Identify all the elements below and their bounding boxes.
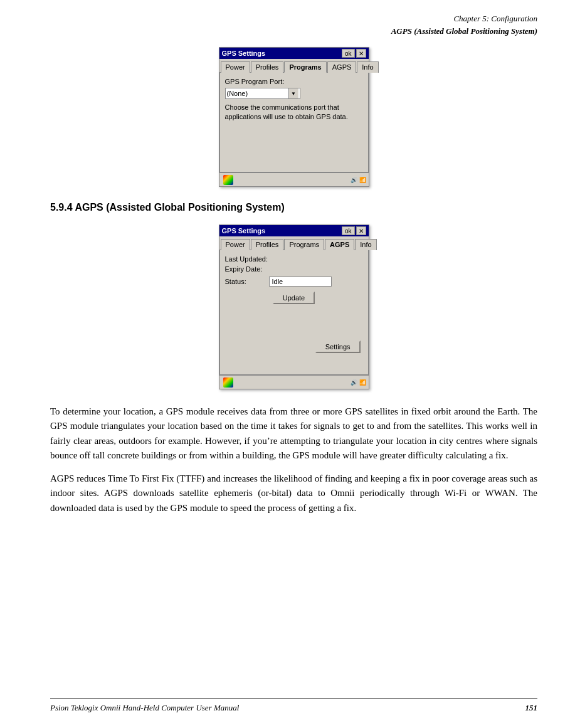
tab-agps-2[interactable]: AGPS [325,239,354,250]
section-title: AGPS (Assisted Global Positioning System… [50,25,537,38]
last-updated-row: Last Updated: [225,255,363,263]
paragraph-2: AGPS reduces Time To First Fix (TTFF) an… [50,472,537,515]
gps-content-1: GPS Program Port: (None) ▼ Choose the co… [219,72,369,172]
dropdown-value: (None) [227,90,288,97]
gps-taskbar-2: 🔊 📶 [219,375,369,389]
footer-manual-name: Psion Teklogix Omnii Hand-Held Computer … [50,703,239,713]
paragraph-1: To determine your location, a GPS module… [50,404,537,463]
gps-window-title-2: GPS Settings [222,227,342,235]
last-updated-label: Last Updated: [225,255,269,263]
gps-content-2: Last Updated: Expiry Date: Status: Updat… [219,250,369,375]
ok-button-2[interactable]: ok [342,226,355,235]
status-label: Status: [225,278,269,285]
tab-power-2[interactable]: Power [221,239,250,250]
settings-button[interactable]: Settings [315,340,361,353]
titlebar-buttons-1: ok ✕ [342,49,366,58]
gps-tabs-2: Power Profiles Programs AGPS Info [219,236,369,250]
start-button-2[interactable] [222,377,235,388]
tab-power-1[interactable]: Power [221,61,250,73]
taskbar-icon-3: 🔊 [351,379,357,386]
close-button-2[interactable]: ✕ [356,226,366,235]
tab-profiles-2[interactable]: Profiles [251,239,284,250]
tab-agps-1[interactable]: AGPS [327,61,357,73]
gps-window-1: GPS Settings ok ✕ Power Profiles Program… [219,47,369,187]
gps-window-2: GPS Settings ok ✕ Power Profiles Program… [219,224,369,389]
update-button[interactable]: Update [273,292,315,304]
start-button-1[interactable] [222,175,235,185]
gps-taskbar-1: 🔊 📶 [219,172,369,186]
tab-profiles-1[interactable]: Profiles [251,61,284,73]
start-icon-2 [223,377,233,388]
status-row: Status: [225,277,363,287]
port-description: Choose the communications port that appl… [225,103,363,122]
expiry-date-row: Expiry Date: [225,265,363,273]
taskbar-icons-2: 🔊 📶 [351,379,366,386]
ok-button-1[interactable]: ok [342,49,355,58]
chapter-title: Chapter 5: Configuration [50,13,537,25]
expiry-date-label: Expiry Date: [225,265,269,273]
tab-programs-1[interactable]: Programs [284,61,326,73]
taskbar-icon-4: 📶 [359,379,366,386]
close-button-1[interactable]: ✕ [356,49,366,58]
screenshot2-container: GPS Settings ok ✕ Power Profiles Program… [50,224,537,389]
titlebar-buttons-2: ok ✕ [342,226,366,235]
section-heading: 5.9.4 AGPS (Assisted Global Positioning … [50,202,537,213]
gps-titlebar-1: GPS Settings ok ✕ [219,48,369,59]
page-footer: Psion Teklogix Omnii Hand-Held Computer … [50,699,537,713]
port-label: GPS Program Port: [225,78,363,85]
dropdown-arrow[interactable]: ▼ [288,88,298,98]
gps-tabs-1: Power Profiles Programs AGPS Info [219,59,369,72]
screenshot1-container: GPS Settings ok ✕ Power Profiles Program… [50,47,537,187]
page-header: Chapter 5: Configuration AGPS (Assisted … [50,13,537,37]
gps-titlebar-2: GPS Settings ok ✕ [219,225,369,236]
page-container: Chapter 5: Configuration AGPS (Assisted … [0,0,575,728]
taskbar-icons-1: 🔊 📶 [351,177,366,183]
status-input[interactable] [269,277,332,287]
tab-info-2[interactable]: Info [355,239,376,250]
start-icon-1 [223,175,233,185]
gps-window-title-1: GPS Settings [222,50,342,57]
port-dropdown[interactable]: (None) ▼ [225,88,300,99]
footer-page-number: 151 [525,703,538,713]
taskbar-icon-2: 📶 [359,177,366,183]
tab-programs-2[interactable]: Programs [284,239,324,250]
tab-info-1[interactable]: Info [357,61,378,73]
taskbar-icon-1: 🔊 [351,177,357,183]
